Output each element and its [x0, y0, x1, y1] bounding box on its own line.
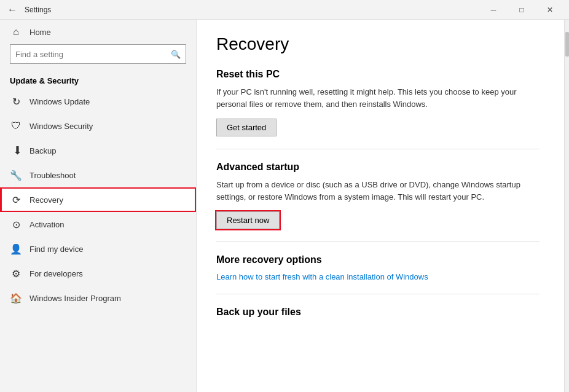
activation-icon: ⊙: [10, 218, 22, 230]
get-started-button[interactable]: Get started: [216, 119, 277, 136]
sidebar-label-for-developers: For developers: [29, 269, 83, 278]
close-icon: ✕: [547, 6, 553, 14]
sidebar-item-find-my-device[interactable]: 👤 Find my device: [0, 237, 196, 261]
maximize-button[interactable]: □: [508, 0, 536, 20]
sidebar-label-recovery: Recovery: [29, 195, 63, 205]
sidebar-label-troubleshoot: Troubleshoot: [29, 171, 76, 180]
titlebar: ← Settings ─ □ ✕: [0, 0, 569, 20]
divider-1: [216, 149, 540, 149]
window-controls: ─ □ ✕: [479, 0, 564, 20]
sidebar-item-windows-security[interactable]: 🛡 Windows Security: [0, 114, 196, 138]
recovery-icon: ⟳: [10, 194, 22, 206]
sidebar-item-activation[interactable]: ⊙ Activation: [0, 212, 196, 237]
find-device-icon: 👤: [10, 243, 22, 255]
sidebar-item-troubleshoot[interactable]: 🔧 Troubleshoot: [0, 163, 196, 187]
sidebar-category: Update & Security: [0, 71, 196, 89]
content-wrapper: Recovery Reset this PC If your PC isn't …: [197, 20, 569, 392]
minimize-button[interactable]: ─: [479, 0, 508, 20]
sidebar-label-backup: Backup: [29, 146, 56, 155]
clean-install-link[interactable]: Learn how to start fresh with a clean in…: [216, 272, 428, 281]
sidebar-label-windows-security: Windows Security: [29, 122, 93, 131]
sidebar-item-home[interactable]: ⌂ Home: [0, 20, 196, 44]
search-input[interactable]: [10, 50, 166, 59]
sidebar-item-windows-insider[interactable]: 🏠 Windows Insider Program: [0, 286, 196, 310]
close-button[interactable]: ✕: [536, 0, 564, 20]
developers-icon: ⚙: [10, 267, 22, 280]
divider-2: [216, 241, 540, 242]
main-layout: ⌂ Home 🔍 Update & Security ↻ Windows Upd…: [0, 20, 569, 392]
sidebar: ⌂ Home 🔍 Update & Security ↻ Windows Upd…: [0, 20, 197, 392]
search-box[interactable]: 🔍: [10, 44, 186, 64]
maximize-icon: □: [519, 6, 524, 14]
divider-3: [216, 294, 540, 294]
page-title: Recovery: [216, 34, 540, 54]
home-label: Home: [29, 28, 51, 37]
back-icon: ←: [7, 4, 17, 15]
scrollbar-track[interactable]: [564, 20, 569, 392]
sidebar-label-windows-update: Windows Update: [29, 97, 90, 106]
back-button[interactable]: ←: [5, 2, 20, 17]
windows-security-icon: 🛡: [10, 120, 22, 132]
scrollbar-thumb[interactable]: [565, 32, 569, 57]
sidebar-item-for-developers[interactable]: ⚙ For developers: [0, 261, 196, 286]
minimize-icon: ─: [491, 6, 496, 14]
sidebar-item-recovery[interactable]: ⟳ Recovery: [0, 187, 196, 212]
backup-icon: ⬆: [10, 144, 22, 157]
more-recovery-title: More recovery options: [216, 254, 540, 265]
sidebar-item-windows-update[interactable]: ↻ Windows Update: [0, 89, 196, 114]
reset-section-description: If your PC isn't running well, resetting…: [216, 86, 540, 110]
home-icon: ⌂: [10, 26, 22, 38]
sidebar-item-backup[interactable]: ⬆ Backup: [0, 138, 196, 163]
insider-icon: 🏠: [10, 292, 22, 304]
sidebar-label-activation: Activation: [29, 220, 64, 229]
restart-now-button[interactable]: Restart now: [216, 211, 280, 229]
backup-files-title: Back up your files: [216, 307, 540, 318]
search-icon[interactable]: 🔍: [166, 44, 186, 64]
app-title: Settings: [25, 6, 479, 14]
windows-update-icon: ↻: [10, 95, 22, 108]
advanced-startup-title: Advanced startup: [216, 162, 540, 173]
reset-section-title: Reset this PC: [216, 69, 540, 80]
sidebar-label-find-my-device: Find my device: [29, 245, 83, 254]
advanced-startup-description: Start up from a device or disc (such as …: [216, 179, 540, 203]
sidebar-label-windows-insider: Windows Insider Program: [29, 294, 121, 303]
troubleshoot-icon: 🔧: [10, 169, 22, 181]
content-area: Recovery Reset this PC If your PC isn't …: [197, 20, 564, 392]
